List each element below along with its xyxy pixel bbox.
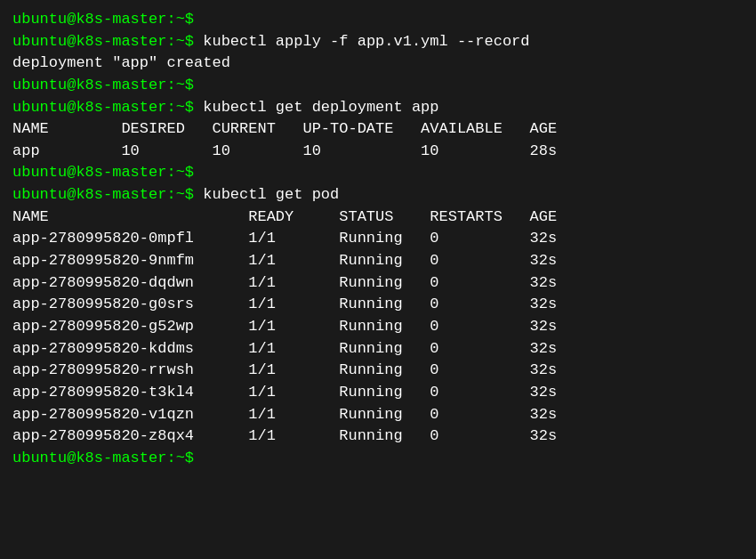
pod-row-8: app-2780995820-t3kl4 1/1 Running 0 32s	[12, 384, 557, 401]
pod-row-4: app-2780995820-g0srs 1/1 Running 0 32s	[12, 296, 557, 312]
cmd-2: kubectl get deployment app	[194, 99, 438, 116]
terminal-output: ubuntu@k8s-master:~$ ubuntu@k8s-master:~…	[12, 9, 744, 469]
pod-header: NAME READY STATUS RESTARTS AGE	[12, 208, 557, 225]
pod-row-10: app-2780995820-z8qx4 1/1 Running 0 32s	[12, 427, 557, 444]
pod-row-9: app-2780995820-v1qzn 1/1 Running 0 32s	[12, 406, 557, 423]
prompt-1: ubuntu@k8s-master:~$	[12, 11, 194, 28]
prompt-6: ubuntu@k8s-master:~$	[12, 186, 194, 203]
pod-row-7: app-2780995820-rrwsh 1/1 Running 0 32s	[12, 361, 557, 378]
cmd-1: kubectl apply -f app.v1.yml --record	[194, 33, 529, 50]
prompt-3: ubuntu@k8s-master:~$	[12, 77, 194, 93]
prompt-5: ubuntu@k8s-master:~$	[12, 164, 194, 181]
prompt-7: ubuntu@k8s-master:~$	[12, 450, 194, 466]
terminal-window: ubuntu@k8s-master:~$ ubuntu@k8s-master:~…	[12, 9, 744, 550]
cmd-3: kubectl get pod	[194, 186, 339, 203]
pod-row-3: app-2780995820-dqdwn 1/1 Running 0 32s	[12, 274, 557, 291]
pod-row-2: app-2780995820-9nmfm 1/1 Running 0 32s	[12, 252, 557, 269]
pod-row-1: app-2780995820-0mpfl 1/1 Running 0 32s	[12, 230, 557, 247]
deployment-header: NAME DESIRED CURRENT UP-TO-DATE AVAILABL…	[12, 120, 557, 137]
pod-row-6: app-2780995820-kddms 1/1 Running 0 32s	[12, 340, 557, 357]
pod-row-5: app-2780995820-g52wp 1/1 Running 0 32s	[12, 318, 557, 335]
output-created: deployment "app" created	[12, 54, 230, 71]
prompt-4: ubuntu@k8s-master:~$	[12, 99, 194, 116]
prompt-2: ubuntu@k8s-master:~$	[12, 33, 194, 50]
deployment-row: app 10 10 10 10 28s	[12, 142, 557, 159]
